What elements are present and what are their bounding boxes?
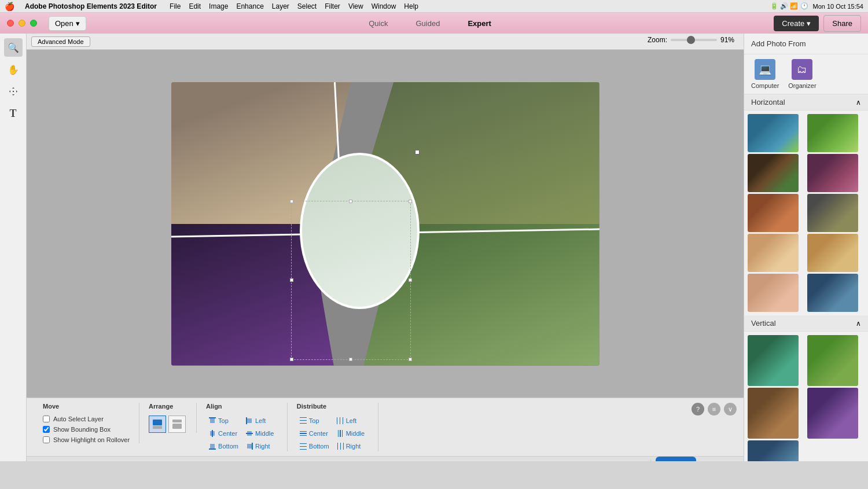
menu-enhance[interactable]: Enhance	[236, 2, 263, 10]
graphics-button[interactable]: 🎨 Graphics	[698, 457, 739, 461]
organizer-source[interactable]: 🗂 Organizer	[788, 59, 816, 89]
thumbnail-v1[interactable]	[748, 335, 799, 386]
advanced-mode-button[interactable]: Advanced Mode	[31, 36, 90, 47]
svg-rect-2	[153, 426, 162, 429]
menu-window[interactable]: Window	[372, 2, 396, 10]
tab-expert[interactable]: Expert	[454, 16, 505, 31]
dist-left-button[interactable]: Left	[334, 416, 369, 426]
print-button[interactable]: 🖨 Print	[288, 457, 329, 461]
save-button[interactable]: 💾 Save	[562, 457, 603, 461]
thumbnail-v2[interactable]	[807, 335, 858, 386]
thumbnail-h1[interactable]	[748, 114, 799, 152]
menu-select[interactable]: Select	[297, 2, 317, 10]
svg-rect-14	[210, 444, 215, 448]
thumbnail-h3[interactable]	[748, 154, 799, 192]
thumbnail-h4[interactable]	[807, 154, 858, 192]
thumbnail-h10[interactable]	[807, 274, 858, 312]
zoom-slider[interactable]	[671, 39, 717, 41]
dist-right-button[interactable]: Right	[334, 441, 369, 451]
tab-quick[interactable]: Quick	[355, 16, 402, 31]
share-button[interactable]: Share	[823, 15, 861, 32]
thumbnail-h8[interactable]	[807, 234, 858, 272]
handle-top-left[interactable]	[290, 200, 293, 203]
handle-bottom-right[interactable]	[409, 358, 412, 361]
expand-button[interactable]: ∨	[724, 403, 737, 416]
svg-rect-4	[172, 424, 182, 429]
create-dropdown-icon: ▾	[807, 19, 811, 28]
tab-guided[interactable]: Guided	[402, 16, 454, 31]
handle-middle-right[interactable]	[409, 278, 412, 282]
align-right-button[interactable]: Right	[243, 441, 278, 451]
dist-center-button[interactable]: Center	[297, 428, 332, 439]
zoom-label: Zoom:	[648, 36, 667, 44]
auto-select-checkbox[interactable]	[43, 416, 50, 422]
print-icon: 🖨	[299, 461, 318, 462]
thumbnail-h6[interactable]	[807, 194, 858, 232]
horizontal-section-header[interactable]: Horizontal ∧	[744, 94, 868, 111]
arrange-item-2[interactable]	[168, 416, 186, 433]
dist-middle-button[interactable]: Middle	[334, 428, 369, 439]
undo-button[interactable]: ↩ Undo	[117, 457, 157, 461]
close-button[interactable]: ✕ Close	[605, 457, 646, 461]
home-screen-button[interactable]: 🏠 Home Screen	[245, 457, 286, 461]
dist-top-button[interactable]: Top	[297, 416, 332, 426]
move-section-title: Move	[43, 403, 130, 410]
align-bottom-button[interactable]: Bottom	[206, 441, 241, 451]
svg-rect-24	[300, 433, 307, 434]
canvas-wrapper[interactable]	[27, 50, 744, 398]
redo-button[interactable]: ↪ Redo	[160, 457, 200, 461]
menu-help[interactable]: Help	[404, 2, 418, 10]
elements-web-button[interactable]: 🌐 Elements Web	[331, 457, 372, 461]
minimize-window-button[interactable]	[19, 20, 25, 27]
thumbnail-h2[interactable]	[807, 114, 858, 152]
svg-rect-6	[210, 418, 215, 423]
rotation-handle[interactable]	[415, 150, 420, 155]
maximize-window-button[interactable]	[30, 20, 37, 27]
photo-bin-button[interactable]: 📷 Photo Bin	[31, 457, 72, 461]
align-top-button[interactable]: Top	[206, 416, 241, 426]
bounding-box-row: Show Bounding Box	[43, 426, 130, 433]
move-section: Move Auto Select Layer Show Bounding Box…	[34, 403, 139, 443]
menu-edit[interactable]: Edit	[189, 2, 201, 10]
menu-view[interactable]: View	[348, 2, 363, 10]
create-button[interactable]: Create ▾	[774, 16, 819, 31]
apple-menu[interactable]: 🍎	[5, 2, 14, 11]
open-button[interactable]: Open ▾	[49, 16, 86, 31]
layouts-button[interactable]: ▦ Layouts	[656, 457, 696, 461]
menu-file[interactable]: File	[170, 2, 181, 10]
vertical-section-header[interactable]: Vertical ∧	[744, 315, 868, 332]
thumbnail-h9[interactable]	[748, 274, 799, 312]
text-tool-button[interactable]: T	[4, 104, 23, 123]
handle-bottom-left[interactable]	[290, 358, 293, 361]
thumbnail-v3[interactable]	[748, 388, 799, 439]
tool-options-button[interactable]: 🔧 Tool Options	[74, 457, 115, 461]
handle-top-center[interactable]	[349, 200, 352, 203]
hand-tool-button[interactable]: ✋	[4, 60, 23, 79]
align-left-button[interactable]: Left	[243, 416, 278, 426]
menu-image[interactable]: Image	[209, 2, 228, 10]
arrange-item-1[interactable]	[149, 416, 166, 433]
list-button[interactable]: ≡	[708, 403, 720, 416]
move-tool-button[interactable]	[4, 82, 23, 101]
organizer-button[interactable]: 📊 Organizer	[203, 457, 243, 461]
handle-middle-left[interactable]	[290, 278, 293, 282]
handle-top-right[interactable]	[409, 200, 412, 203]
align-center-button[interactable]: Center	[206, 428, 241, 439]
align-middle-button[interactable]: Middle	[243, 428, 278, 439]
thumbnail-v5[interactable]	[748, 440, 799, 461]
thumbnail-h5[interactable]	[748, 194, 799, 232]
menu-layer[interactable]: Layer	[272, 2, 289, 10]
thumbnail-h7[interactable]	[748, 234, 799, 272]
dist-bottom-button[interactable]: Bottom	[297, 441, 332, 451]
handle-bottom-center[interactable]	[349, 358, 352, 361]
photo-bin-icon: 📷	[42, 461, 61, 462]
menu-filter[interactable]: Filter	[325, 2, 340, 10]
computer-source[interactable]: 💻 Computer	[751, 59, 779, 89]
highlight-checkbox[interactable]	[43, 436, 50, 443]
help-button[interactable]: ?	[692, 403, 704, 416]
close-window-button[interactable]	[7, 20, 14, 27]
svg-rect-15	[252, 443, 253, 450]
search-tool-button[interactable]: 🔍	[4, 38, 23, 57]
bounding-box-checkbox[interactable]	[43, 426, 50, 433]
thumbnail-v4[interactable]	[807, 388, 858, 439]
